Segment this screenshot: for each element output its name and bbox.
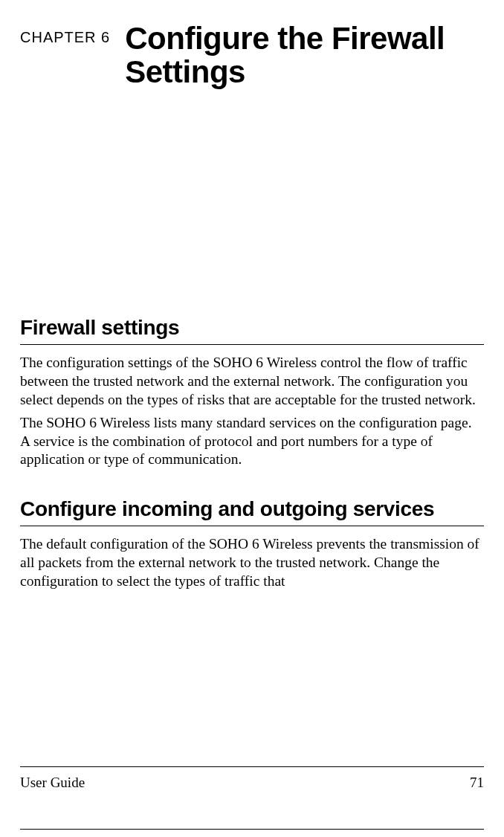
content-area: Firewall settings The configuration sett…: [20, 316, 484, 592]
body-paragraph: The SOHO 6 Wireless lists many standard …: [20, 414, 484, 470]
chapter-title: Configure the Firewall Settings: [125, 22, 484, 89]
body-paragraph: The configuration settings of the SOHO 6…: [20, 354, 484, 410]
page-container: CHAPTER 6 Configure the Firewall Setting…: [0, 0, 504, 837]
footer-page-number: 71: [470, 775, 484, 791]
body-paragraph: The default configuration of the SOHO 6 …: [20, 535, 484, 591]
footer-left: User Guide: [20, 775, 85, 791]
section-heading: Firewall settings: [20, 316, 484, 345]
chapter-header: CHAPTER 6 Configure the Firewall Setting…: [20, 22, 484, 89]
chapter-label: CHAPTER 6: [20, 22, 110, 46]
section-firewall-settings: Firewall settings The configuration sett…: [20, 316, 484, 470]
section-heading: Configure incoming and outgoing services: [20, 497, 484, 526]
bottom-rule: [20, 829, 484, 830]
page-footer: User Guide 71: [20, 766, 484, 791]
section-configure-services: Configure incoming and outgoing services…: [20, 497, 484, 591]
